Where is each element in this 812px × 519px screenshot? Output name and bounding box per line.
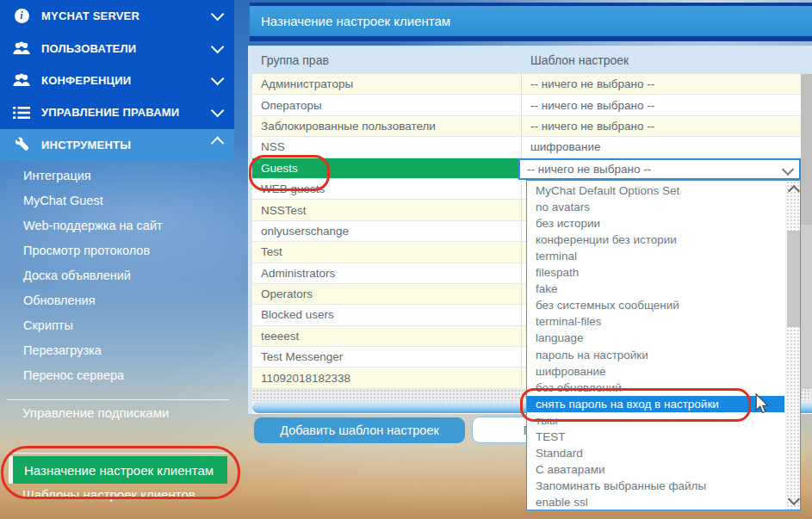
rights-group-cell: WEB guests — [252, 179, 522, 199]
sidebar-item-mychat-server[interactable]: i MYCHAT SERVER — [0, 0, 234, 32]
sidebar-item-label: КОНФЕРЕНЦИИ — [41, 74, 211, 87]
table-row[interactable]: Операторы -- ничего не выбрано -- — [252, 95, 812, 115]
chevron-down-icon — [211, 40, 225, 53]
sidebar-item-users[interactable]: ПОЛЬЗОВАТЕЛИ — [0, 32, 234, 64]
dropdown-option[interactable]: Запоминать выбранные файлы — [527, 478, 784, 494]
settings-template-cell: -- ничего не выбрано -- — [522, 95, 812, 114]
table-vertical-scrollbar[interactable] — [801, 74, 812, 389]
dropdown-option[interactable]: language — [527, 330, 784, 346]
table-row[interactable]: Администраторы -- ничего не выбрано -- — [252, 74, 812, 95]
tools-submenu: Интеграция MyChat Guest Web-поддержка на… — [0, 163, 234, 387]
page-title-bar: Назначение настроек клиентам — [250, 3, 812, 41]
chevron-down-icon — [211, 72, 225, 86]
column-header-settings-template: Шаблон настроек — [522, 53, 812, 67]
rights-group-cell: NSS — [252, 137, 522, 157]
dropdown-option[interactable]: filespath — [527, 264, 784, 281]
rights-group-cell: Администраторы — [252, 74, 522, 94]
settings-template-cell: шифрование — [522, 137, 812, 157]
dropdown-option[interactable]: MyChat Default Options Set — [527, 182, 784, 199]
column-header-rights-group: Группа прав — [252, 53, 522, 67]
submenu-item[interactable]: Перезагрузка — [0, 337, 234, 362]
rights-group-cell: Blocked users — [252, 305, 522, 324]
rights-group-cell: teeeest — [252, 326, 522, 346]
sidebar-item-label: УПРАВЛЕНИЕ ПРАВАМИ — [41, 106, 211, 119]
sidebar-item-client-settings-assignment[interactable]: Назначение настроек клиентам — [9, 456, 227, 484]
submenu-item[interactable]: Просмотр протоколов — [0, 238, 234, 263]
dropdown-option[interactable]: конференции без истории — [527, 232, 784, 248]
wrench-icon — [11, 136, 32, 153]
table-row[interactable]: Заблокированные пользователи -- ничего н… — [252, 116, 812, 137]
info-icon: i — [11, 8, 32, 25]
sidebar-item-label: ПОЛЬЗОВАТЕЛИ — [41, 42, 211, 55]
users-icon — [11, 40, 32, 57]
chevron-down-icon — [211, 104, 225, 118]
sidebar-item-tools[interactable]: ИНСТРУМЕНТЫ — [0, 129, 234, 161]
submenu-item[interactable]: Интеграция — [0, 163, 234, 188]
template-select-value: -- ничего не выбрано -- — [527, 163, 651, 176]
chevron-down-icon — [211, 8, 225, 22]
dropdown-option[interactable]: без обновлений — [527, 380, 784, 396]
rights-group-cell: Guests — [252, 158, 522, 178]
rights-group-cell: Заблокированные пользователи — [252, 116, 522, 136]
dropdown-option[interactable]: terminal — [527, 248, 784, 264]
scroll-up-arrow-icon[interactable] — [788, 185, 800, 197]
settings-template-cell: -- ничего не выбрано -- — [522, 74, 812, 94]
submenu-item[interactable]: Доска объявлений — [0, 263, 234, 287]
template-dropdown: MyChat Default Options Set no avatars бе… — [526, 180, 801, 510]
add-template-button[interactable]: Добавить шаблон настроек — [254, 417, 465, 443]
rights-group-cell: Operators — [252, 284, 522, 304]
sidebar-divider — [7, 453, 229, 454]
submenu-item[interactable]: Перенос сервера — [0, 362, 234, 387]
dropdown-option[interactable]: fake — [527, 281, 784, 297]
rights-group-cell: Операторы — [252, 95, 522, 114]
rights-group-cell: 11092018182338 — [252, 368, 522, 387]
dropdown-option[interactable]: terminal-files — [527, 313, 784, 330]
dropdown-option[interactable]: С аватарами — [527, 461, 784, 478]
scrollbar-thumb[interactable] — [787, 231, 800, 327]
submenu-item[interactable]: Web-поддержка на сайт — [0, 213, 234, 238]
sidebar-item-label: MYCHAT SERVER — [41, 9, 211, 22]
template-options-list: MyChat Default Options Set no avatars бе… — [527, 182, 784, 511]
rights-group-cell: Administrators — [252, 263, 522, 283]
rights-group-cell: NSSTest — [252, 200, 522, 219]
sidebar-item-conferences[interactable]: КОНФЕРЕНЦИИ — [0, 65, 234, 96]
sidebar-item-label: ИНСТРУМЕНТЫ — [41, 139, 211, 151]
sidebar-nav: i MYCHAT SERVER ПОЛЬЗОВАТЕЛИ КОНФЕРЕНЦИИ… — [0, 0, 234, 161]
list-icon — [11, 104, 32, 121]
subscriptions-link[interactable]: Управление подписками — [22, 405, 169, 420]
dropdown-option[interactable]: enable ssl — [527, 494, 784, 510]
rights-group-cell: Test — [252, 242, 522, 262]
rights-group-cell: onlyuserschange — [252, 221, 522, 241]
chevron-down-icon — [782, 164, 794, 176]
settings-template-cell: -- ничего не выбрано -- — [522, 116, 812, 136]
submenu-item[interactable]: Обновления — [0, 287, 234, 312]
scroll-down-arrow-icon[interactable] — [788, 493, 800, 505]
rights-group-cell: Test Messenger — [252, 347, 522, 367]
dropdown-option[interactable]: Standard — [527, 445, 784, 461]
dropdown-scrollbar[interactable] — [785, 181, 800, 510]
dropdown-option[interactable]: шифрование — [527, 363, 784, 380]
table-header: Группа прав Шаблон настроек — [252, 46, 812, 74]
sidebar-item-label: Назначение настроек клиентам — [13, 456, 227, 484]
template-select[interactable]: -- ничего не выбрано -- — [518, 158, 801, 180]
dropdown-option[interactable]: пароль на настройки — [527, 347, 784, 363]
page-title: Назначение настроек клиентам — [261, 14, 450, 28]
table-row[interactable]: NSS шифрование — [252, 137, 812, 158]
dropdown-option[interactable]: TEST — [527, 429, 784, 445]
chevron-up-icon — [211, 136, 225, 150]
scrollbar-thumb[interactable] — [801, 74, 812, 225]
submenu-item[interactable]: Скрипты — [0, 312, 234, 337]
dropdown-option[interactable]: no avatars — [527, 199, 784, 215]
submenu-item[interactable]: MyChat Guest — [0, 188, 234, 213]
sidebar-item-rights-management[interactable]: УПРАВЛЕНИЕ ПРАВАМИ — [0, 96, 234, 128]
dropdown-option[interactable]: тыы — [527, 412, 784, 429]
conference-icon — [11, 71, 32, 89]
sidebar-divider — [7, 399, 229, 400]
dropdown-option[interactable]: без истории — [527, 215, 784, 232]
dropdown-option[interactable]: без системных сообщений — [527, 297, 784, 313]
client-templates-link[interactable]: Шаблоны настроек клиентов — [22, 487, 195, 502]
dropdown-option[interactable]: снять пароль на вход в настройки — [527, 396, 784, 412]
